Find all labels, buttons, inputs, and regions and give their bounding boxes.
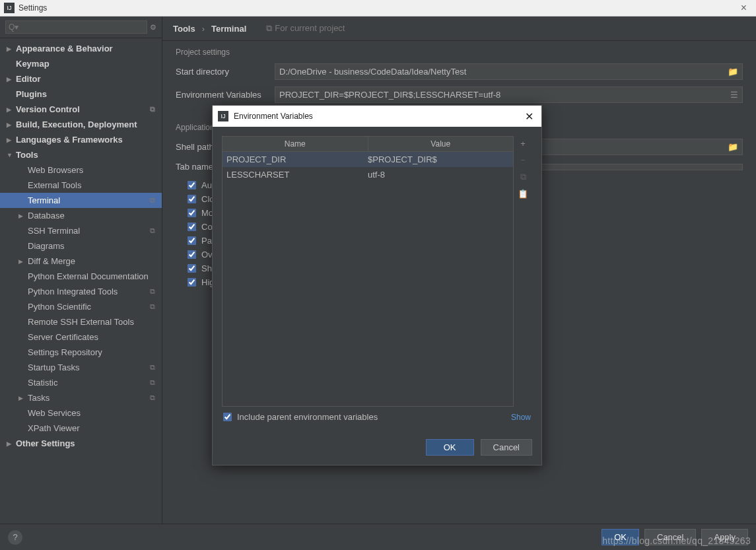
dialog-ok-button[interactable]: OK bbox=[426, 439, 474, 456]
start-dir-field[interactable]: D:/OneDrive - business/CodeData/Idea/Net… bbox=[275, 63, 743, 80]
show-link[interactable]: Show bbox=[511, 413, 531, 422]
breadcrumb-tools[interactable]: Tools bbox=[173, 24, 195, 34]
sidebar-item-terminal[interactable]: Terminal⧉ bbox=[0, 193, 162, 208]
app-logo-icon: IJ bbox=[4, 3, 15, 13]
col-value: Value bbox=[368, 137, 514, 151]
browse-folder-icon[interactable]: 📁 bbox=[728, 142, 738, 152]
project-scope-icon: ⧉ bbox=[266, 23, 272, 33]
breadcrumb-terminal: Terminal bbox=[211, 24, 246, 34]
dialog-titlebar: IJ Environment Variables ✕ bbox=[213, 106, 541, 127]
env-table[interactable]: Name Value PROJECT_DIR$PROJECT_DIR$LESSC… bbox=[222, 136, 514, 407]
sidebar-item-appearance-behavior[interactable]: ▶Appearance & Behavior bbox=[0, 41, 162, 56]
sidebar-item-web-browsers[interactable]: Web Browsers bbox=[0, 162, 162, 178]
sidebar-item-diagrams[interactable]: Diagrams bbox=[0, 238, 162, 254]
sidebar-item-startup-tasks[interactable]: Startup Tasks⧉ bbox=[0, 360, 162, 375]
sidebar-item-external-tools[interactable]: External Tools bbox=[0, 178, 162, 193]
sidebar-item-tasks[interactable]: ▶Tasks⧉ bbox=[0, 390, 162, 405]
dialog-logo-icon: IJ bbox=[218, 111, 228, 121]
sidebar-item-editor[interactable]: ▶Editor bbox=[0, 71, 162, 86]
sidebar-item-diff-merge[interactable]: ▶Diff & Merge bbox=[0, 254, 162, 269]
sidebar-item-ssh-terminal[interactable]: SSH Terminal⧉ bbox=[0, 223, 162, 238]
help-button[interactable]: ? bbox=[8, 530, 22, 545]
table-row[interactable]: LESSCHARSETutf-8 bbox=[223, 167, 513, 182]
start-dir-label: Start directory bbox=[176, 67, 275, 77]
search-input[interactable] bbox=[5, 20, 147, 34]
sidebar-item-server-certificates[interactable]: Server Certificates bbox=[0, 329, 162, 345]
sidebar-item-statistic[interactable]: Statistic⧉ bbox=[0, 375, 162, 390]
sidebar-item-python-integrated-tools[interactable]: Python Integrated Tools⧉ bbox=[0, 284, 162, 299]
sidebar-item-version-control[interactable]: ▶Version Control⧉ bbox=[0, 102, 162, 117]
sidebar-item-python-external-documentation[interactable]: Python External Documentation bbox=[0, 269, 162, 284]
sidebar-item-other-settings[interactable]: ▶Other Settings bbox=[0, 436, 162, 451]
scope-hint: ⧉For current project bbox=[266, 23, 345, 34]
env-vars-dialog: IJ Environment Variables ✕ Name Value PR… bbox=[212, 105, 542, 465]
breadcrumb: Tools › Terminal ⧉For current project bbox=[162, 17, 756, 41]
sidebar-item-remote-ssh-external-tools[interactable]: Remote SSH External Tools bbox=[0, 314, 162, 329]
window-close-icon[interactable]: × bbox=[736, 2, 752, 14]
settings-sidebar: ⚙ ▶Appearance & BehaviorKeymap▶EditorPlu… bbox=[0, 17, 162, 532]
sidebar-item-tools[interactable]: ▼Tools bbox=[0, 147, 162, 162]
copy-row-icon[interactable]: ⧉ bbox=[520, 172, 526, 182]
sidebar-item-plugins[interactable]: Plugins bbox=[0, 86, 162, 102]
include-parent-label: Include parent environment variables bbox=[237, 412, 378, 422]
sidebar-item-xpath-viewer[interactable]: XPath Viewer bbox=[0, 421, 162, 436]
edit-env-icon[interactable]: ☰ bbox=[730, 90, 738, 100]
paste-row-icon[interactable]: 📋 bbox=[518, 189, 528, 199]
sidebar-item-web-services[interactable]: Web Services bbox=[0, 405, 162, 421]
sidebar-item-database[interactable]: ▶Database bbox=[0, 208, 162, 223]
remove-row-icon[interactable]: − bbox=[520, 155, 526, 165]
table-row[interactable]: PROJECT_DIR$PROJECT_DIR$ bbox=[223, 152, 513, 167]
sidebar-item-languages-frameworks[interactable]: ▶Languages & Frameworks bbox=[0, 132, 162, 147]
sidebar-item-python-scientific[interactable]: Python Scientific⧉ bbox=[0, 299, 162, 314]
sidebar-item-settings-repository[interactable]: Settings Repository bbox=[0, 345, 162, 360]
dialog-close-icon[interactable]: ✕ bbox=[522, 110, 536, 123]
sidebar-item-keymap[interactable]: Keymap bbox=[0, 56, 162, 71]
watermark: https://blog.csdn.net/qq_21845263 bbox=[602, 535, 751, 546]
dialog-cancel-button[interactable]: Cancel bbox=[481, 439, 532, 456]
window-titlebar: IJ Settings × bbox=[0, 0, 756, 17]
col-name: Name bbox=[223, 137, 368, 151]
add-row-icon[interactable]: + bbox=[520, 139, 526, 149]
env-vars-label: Environment Variables bbox=[176, 90, 275, 100]
search-options-icon[interactable]: ⚙ bbox=[150, 23, 156, 32]
window-title: Settings bbox=[18, 3, 736, 13]
browse-folder-icon[interactable]: 📁 bbox=[728, 67, 738, 77]
project-settings-title: Project settings bbox=[176, 48, 743, 57]
env-vars-field[interactable]: PROJECT_DIR=$PROJECT_DIR$;LESSCHARSET=ut… bbox=[275, 86, 743, 103]
include-parent-checkbox[interactable] bbox=[223, 413, 232, 421]
sidebar-item-build-execution-deployment[interactable]: ▶Build, Execution, Deployment bbox=[0, 117, 162, 132]
dialog-title: Environment Variables bbox=[234, 112, 522, 121]
